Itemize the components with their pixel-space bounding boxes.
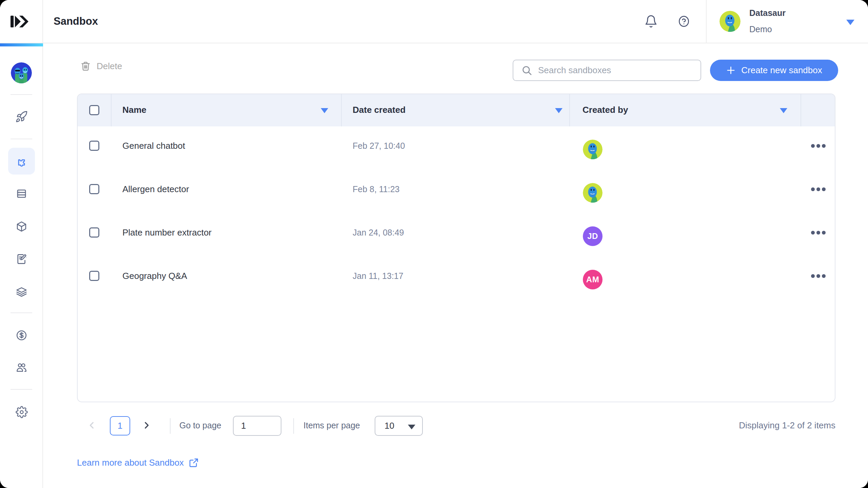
learn-more-link[interactable]: Learn more about Sandbox [77,458,199,468]
column-divider [111,94,112,126]
created-by-avatar: AM [583,270,603,289]
row-checkbox[interactable] [89,184,99,194]
column-header-date-created: Date created [353,105,406,115]
column-header-created-by: Created by [583,105,628,115]
account-chevron-down-icon[interactable] [846,20,854,25]
select-all-checkbox[interactable] [89,105,99,115]
row-actions-button[interactable] [811,274,826,278]
sidebar-item-rocket[interactable] [8,103,35,130]
sandbox-date-created: Feb 8, 11:23 [353,184,400,194]
table-header-row: Name Date created Created by [78,94,835,126]
sidebar-item-settings[interactable] [8,399,35,425]
table-row: Allergen detector Feb 8, 11:23 [78,170,835,213]
notifications-button[interactable] [644,15,658,29]
logo-area[interactable] [0,0,43,43]
puzzle-icon [15,155,28,167]
search-box [513,60,701,81]
items-per-page-label: Items per page [303,421,360,430]
sandbox-date-created: Jan 24, 08:49 [353,228,404,238]
sidebar-divider [11,94,32,95]
next-page-button[interactable] [141,420,152,432]
sandbox-name[interactable]: Geography Q&A [122,271,187,281]
layers-icon [15,285,28,298]
sidebar-item-datasets[interactable] [8,180,35,207]
table-row: General chatbot Feb 27, 10:40 [78,126,835,170]
created-by-avatar: JD [583,226,603,246]
sidebar-item-team[interactable] [8,354,35,381]
column-header-name: Name [122,105,146,115]
users-icon [15,361,28,374]
topbar-divider [706,0,707,43]
external-link-icon [189,458,199,468]
sidebar-accent-bar [0,43,43,46]
created-by-avatar [583,140,603,159]
select-caret-down-icon [408,425,415,429]
create-new-sandbox-label: Create new sandbox [741,65,822,76]
account-avatar [719,11,741,32]
account-menu[interactable]: Datasaur Demo [712,0,868,43]
chevron-left-icon [86,420,97,431]
items-per-page-value: 10 [384,421,394,431]
pagination-divider [293,418,294,434]
column-divider [569,94,570,126]
cube-icon [15,220,28,233]
server-icon [15,187,28,200]
page-title: Sandbox [54,0,98,43]
sandbox-table: Name Date created Created by General cha… [77,94,835,402]
sidebar-divider [11,312,32,313]
row-checkbox[interactable] [89,227,99,238]
sandbox-name[interactable]: Allergen detector [122,184,189,195]
page-number-button[interactable]: 1 [110,416,130,435]
column-divider [801,94,801,126]
row-actions-button[interactable] [811,187,826,191]
account-workspace-name: Demo [749,24,772,34]
sidebar-item-billing[interactable] [8,322,35,349]
sandbox-name[interactable]: General chatbot [122,141,185,151]
document-edit-icon [15,253,28,265]
sort-icon-date-created[interactable] [555,108,563,113]
created-by-avatar [583,183,603,203]
trash-icon [80,61,91,72]
search-icon [521,65,533,76]
pagination-summary: Displaying 1-2 of 2 items [739,420,835,431]
sandbox-date-created: Feb 27, 10:40 [353,141,405,151]
sidebar-item-layers[interactable] [8,278,35,305]
datasaur-logo-icon [11,15,32,28]
sort-icon-name[interactable] [321,108,328,113]
sandbox-date-created: Jan 11, 13:17 [353,271,403,281]
sidebar-item-models[interactable] [8,213,35,240]
go-to-page-input[interactable] [233,416,281,436]
pagination-divider [170,418,171,434]
chevron-right-icon [141,420,152,431]
table-row: Geography Q&A Jan 11, 13:17 AM [78,257,835,300]
plus-icon [726,65,736,75]
question-circle-icon [677,15,690,28]
workspace-avatar[interactable] [11,62,32,83]
sort-icon-created-by[interactable] [780,108,787,113]
bell-icon [644,15,658,28]
row-checkbox[interactable] [89,271,99,281]
gear-icon [16,406,28,418]
account-org-name: Datasaur [749,8,786,18]
learn-more-label: Learn more about Sandbox [77,458,184,468]
rocket-icon [15,110,28,123]
top-bar: Sandbox [0,0,868,43]
sidebar-item-sandbox[interactable] [8,148,35,175]
items-per-page-select[interactable]: 10 [375,416,423,436]
table-row: Plate number extractor Jan 24, 08:49 JD [78,213,835,257]
delete-button[interactable]: Delete [80,59,122,74]
dollar-circle-icon [15,329,28,342]
create-new-sandbox-button[interactable]: Create new sandbox [710,60,838,81]
sidebar-item-labeling[interactable] [8,246,35,272]
sidebar-divider [11,139,32,139]
delete-label: Delete [97,61,122,72]
row-actions-button[interactable] [811,144,826,148]
help-button[interactable] [677,15,690,29]
row-checkbox[interactable] [89,141,99,151]
previous-page-button[interactable] [86,420,97,432]
search-input[interactable] [538,65,687,76]
column-divider [341,94,342,126]
row-actions-button[interactable] [811,231,826,235]
sandbox-name[interactable]: Plate number extractor [122,227,212,238]
sidebar-divider [11,389,32,390]
